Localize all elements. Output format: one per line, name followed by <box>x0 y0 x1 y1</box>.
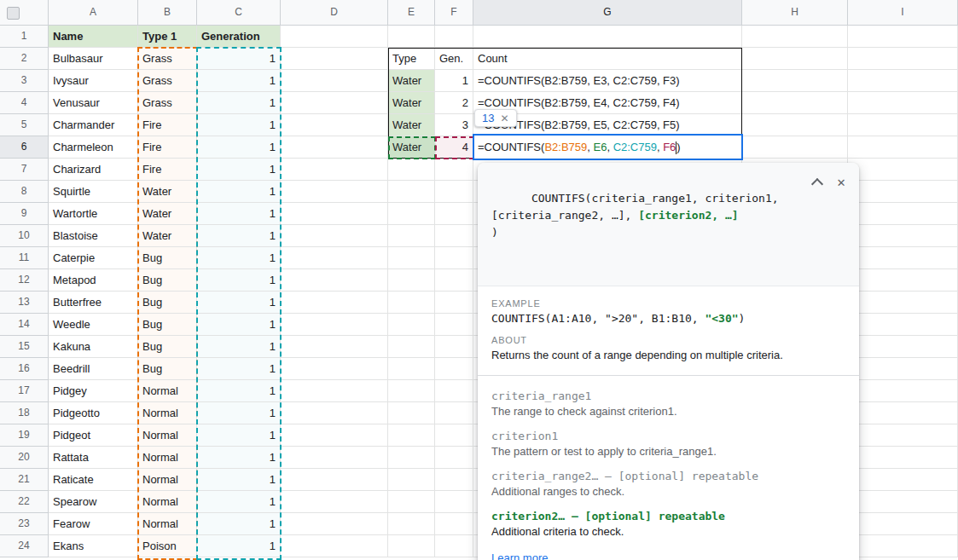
cell-F18[interactable] <box>435 402 473 424</box>
cell-E15[interactable] <box>388 336 435 358</box>
cell-I8[interactable] <box>848 181 958 203</box>
cell-F10[interactable] <box>435 225 473 247</box>
cell-H1[interactable] <box>742 26 848 48</box>
cell-B14[interactable]: Bug <box>138 314 197 336</box>
cell-C10[interactable]: 1 <box>197 225 281 247</box>
cell-A16[interactable]: Beedrill <box>49 358 138 380</box>
cell-A4[interactable]: Venusaur <box>49 92 138 114</box>
cell-B20[interactable]: Normal <box>138 447 197 469</box>
cell-E14[interactable] <box>388 314 435 336</box>
cell-H5[interactable] <box>742 114 848 136</box>
cell-A18[interactable]: Pidgeotto <box>49 402 138 424</box>
cell-A22[interactable]: Spearow <box>49 491 138 513</box>
learn-more-link[interactable]: Learn more <box>491 551 548 560</box>
cell-C24[interactable]: 1 <box>197 535 281 557</box>
cell-B5[interactable]: Fire <box>138 114 197 136</box>
cell-D21[interactable] <box>281 469 388 491</box>
cell-A23[interactable]: Fearow <box>49 513 138 535</box>
cell-E6[interactable]: Water <box>388 136 435 159</box>
row-header-14[interactable]: 14 <box>0 314 49 336</box>
cell-B19[interactable]: Normal <box>138 424 197 447</box>
cell-A14[interactable]: Weedle <box>49 314 138 336</box>
cell-E24[interactable] <box>388 535 435 557</box>
cell-I23[interactable] <box>848 513 958 535</box>
cell-C17[interactable]: 1 <box>197 380 281 402</box>
cell-F24[interactable] <box>435 535 473 557</box>
cell-E4[interactable]: Water <box>388 92 435 114</box>
cell-B10[interactable]: Water <box>138 225 197 247</box>
cell-I5[interactable] <box>848 114 958 136</box>
row-header-24[interactable]: 24 <box>0 535 49 557</box>
cell-F3[interactable]: 1 <box>435 70 473 92</box>
cell-C13[interactable]: 1 <box>197 292 281 314</box>
row-header-16[interactable]: 16 <box>0 358 49 380</box>
cell-E8[interactable] <box>388 181 435 203</box>
cell-D11[interactable] <box>281 247 388 269</box>
cell-A17[interactable]: Pidgey <box>49 380 138 402</box>
cell-C2[interactable]: 1 <box>197 48 281 70</box>
cell-F5[interactable]: 3 <box>435 114 473 136</box>
cell-G2[interactable]: Count <box>473 48 742 70</box>
cell-I2[interactable] <box>848 48 958 70</box>
cell-E13[interactable] <box>388 292 435 314</box>
cell-C11[interactable]: 1 <box>197 247 281 269</box>
cell-C7[interactable]: 1 <box>197 159 281 181</box>
cell-A6[interactable]: Charmeleon <box>49 136 138 159</box>
row-header-10[interactable]: 10 <box>0 225 49 247</box>
cell-C20[interactable]: 1 <box>197 447 281 469</box>
cell-B3[interactable]: Grass <box>138 70 197 92</box>
row-header-9[interactable]: 9 <box>0 203 49 225</box>
cell-I13[interactable] <box>848 292 958 314</box>
row-header-5[interactable]: 5 <box>0 114 49 136</box>
cell-I15[interactable] <box>848 336 958 358</box>
select-all-corner[interactable] <box>0 0 49 26</box>
cell-D15[interactable] <box>281 336 388 358</box>
cell-H4[interactable] <box>742 92 848 114</box>
cell-B9[interactable]: Water <box>138 203 197 225</box>
cell-I1[interactable] <box>848 26 958 48</box>
cell-A20[interactable]: Rattata <box>49 447 138 469</box>
cell-A8[interactable]: Squirtle <box>49 181 138 203</box>
cell-D2[interactable] <box>281 48 388 70</box>
cell-C12[interactable]: 1 <box>197 269 281 292</box>
cell-I9[interactable] <box>848 203 958 225</box>
cell-D5[interactable] <box>281 114 388 136</box>
cell-A10[interactable]: Blastoise <box>49 225 138 247</box>
cell-E7[interactable] <box>388 159 435 181</box>
cell-A3[interactable]: Ivysaur <box>49 70 138 92</box>
cell-C23[interactable]: 1 <box>197 513 281 535</box>
close-icon[interactable]: ✕ <box>837 176 845 189</box>
cell-D12[interactable] <box>281 269 388 292</box>
cell-C6[interactable]: 1 <box>197 136 281 159</box>
cell-I12[interactable] <box>848 269 958 292</box>
cell-C19[interactable]: 1 <box>197 424 281 447</box>
cell-E18[interactable] <box>388 402 435 424</box>
cell-D3[interactable] <box>281 70 388 92</box>
cell-E1[interactable] <box>388 26 435 48</box>
cell-F19[interactable] <box>435 424 473 447</box>
cell-D10[interactable] <box>281 225 388 247</box>
cell-I17[interactable] <box>848 380 958 402</box>
cell-E10[interactable] <box>388 225 435 247</box>
cell-D8[interactable] <box>281 181 388 203</box>
cell-F12[interactable] <box>435 269 473 292</box>
cell-B4[interactable]: Grass <box>138 92 197 114</box>
row-header-1[interactable]: 1 <box>0 26 49 48</box>
cell-A5[interactable]: Charmander <box>49 114 138 136</box>
row-header-3[interactable]: 3 <box>0 70 49 92</box>
cell-D7[interactable] <box>281 159 388 181</box>
cell-D18[interactable] <box>281 402 388 424</box>
cell-F23[interactable] <box>435 513 473 535</box>
cell-D17[interactable] <box>281 380 388 402</box>
cell-C8[interactable]: 1 <box>197 181 281 203</box>
cell-B1[interactable]: Type 1 <box>138 26 197 48</box>
cell-E5[interactable]: Water <box>388 114 435 136</box>
cell-B2[interactable]: Grass <box>138 48 197 70</box>
cell-B24[interactable]: Poison <box>138 535 197 557</box>
cell-I24[interactable] <box>848 535 958 557</box>
cell-F9[interactable] <box>435 203 473 225</box>
cell-A12[interactable]: Metapod <box>49 269 138 292</box>
cell-I16[interactable] <box>848 358 958 380</box>
cell-E22[interactable] <box>388 491 435 513</box>
cell-A19[interactable]: Pidgeot <box>49 424 138 447</box>
